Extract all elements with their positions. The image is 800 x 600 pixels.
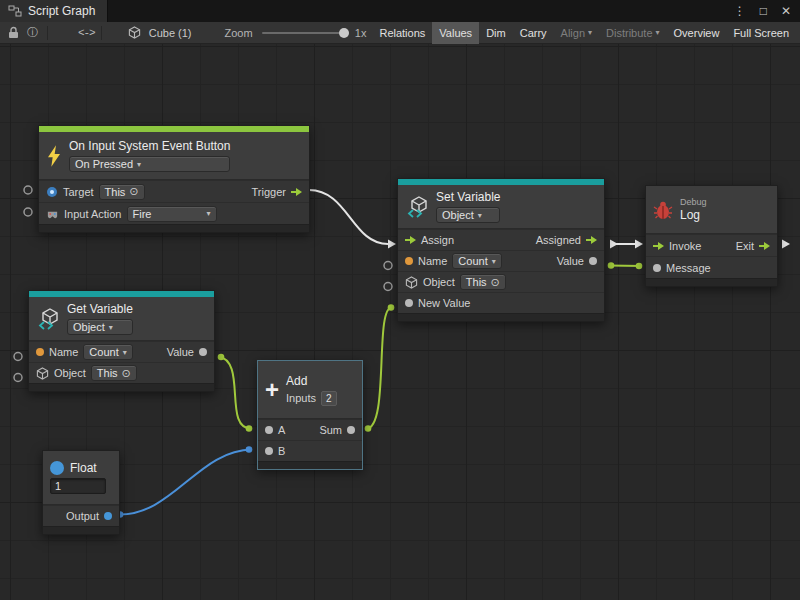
port-label-value: Value bbox=[167, 346, 194, 358]
lock-icon[interactable] bbox=[4, 23, 23, 43]
output-out-port[interactable] bbox=[104, 512, 112, 520]
port-label-message: Message bbox=[666, 262, 711, 274]
node-debug-log[interactable]: Debug Log Invoke Exit Message bbox=[645, 185, 778, 287]
node-category: Debug bbox=[680, 197, 707, 207]
window-controls: ⋮ □ ✕ bbox=[734, 4, 800, 18]
dropdown-value: Fire bbox=[133, 208, 152, 220]
connections-icon[interactable]: <-> bbox=[77, 23, 96, 43]
relations-button[interactable]: Relations bbox=[372, 22, 432, 44]
info-icon[interactable]: ⓘ bbox=[23, 23, 42, 43]
variable-name-dropdown[interactable]: Count ▾ bbox=[83, 344, 132, 360]
node-footer bbox=[39, 224, 309, 232]
dropdown-value: Object bbox=[73, 321, 105, 333]
distribute-button[interactable]: Distribute▾ bbox=[599, 22, 666, 44]
a-in-port[interactable] bbox=[265, 426, 273, 434]
node-set-variable[interactable]: Set Variable Object ▾ Assign Assigned Na… bbox=[397, 178, 605, 322]
variable-icon bbox=[36, 307, 60, 331]
overview-button[interactable]: Overview bbox=[667, 22, 727, 44]
trigger-out-port[interactable] bbox=[291, 188, 302, 196]
graph-target-label[interactable]: Cube (1) bbox=[149, 27, 192, 39]
cube-icon bbox=[125, 23, 144, 43]
full-screen-button[interactable]: Full Screen bbox=[726, 22, 796, 44]
node-footer bbox=[398, 313, 604, 321]
node-footer bbox=[258, 461, 362, 469]
zoom-label: Zoom bbox=[225, 27, 253, 39]
exit-out-port[interactable] bbox=[759, 242, 770, 250]
node-title: Set Variable bbox=[436, 190, 500, 204]
node-float-literal[interactable]: Float Output bbox=[42, 450, 120, 535]
inputs-count-field[interactable]: 2 bbox=[321, 391, 337, 406]
align-button[interactable]: Align▾ bbox=[554, 22, 599, 44]
value-out-port[interactable] bbox=[199, 348, 207, 356]
align-label: Align bbox=[561, 27, 585, 39]
port-label-new-value: New Value bbox=[418, 297, 470, 309]
node-on-input-system-event-button[interactable]: On Input System Event Button On Pressed … bbox=[38, 125, 310, 233]
name-in-port[interactable] bbox=[36, 348, 44, 356]
message-in-port[interactable] bbox=[653, 264, 661, 272]
b-in-port[interactable] bbox=[265, 447, 273, 455]
chevron-down-icon: ▾ bbox=[206, 209, 210, 218]
object-picker[interactable]: This ⊙ bbox=[91, 365, 137, 381]
carry-button[interactable]: Carry bbox=[513, 22, 554, 44]
values-button[interactable]: Values bbox=[432, 22, 479, 44]
target-object-picker[interactable]: This ⊙ bbox=[99, 184, 145, 200]
object-picker[interactable]: This ⊙ bbox=[460, 274, 506, 290]
assigned-out-port[interactable] bbox=[586, 236, 597, 244]
toolbar-separator bbox=[47, 26, 48, 40]
target-picker-icon: ⊙ bbox=[122, 367, 131, 380]
port-label-trigger: Trigger bbox=[252, 186, 286, 198]
chevron-down-icon: ▾ bbox=[478, 211, 482, 220]
sum-out-port[interactable] bbox=[347, 426, 355, 434]
chevron-down-icon: ▾ bbox=[656, 28, 660, 37]
port-label-assigned: Assigned bbox=[536, 234, 581, 246]
tab-script-graph[interactable]: Script Graph bbox=[0, 0, 108, 22]
dropdown-value: Object bbox=[442, 209, 474, 221]
picker-value: This bbox=[97, 367, 118, 379]
node-footer bbox=[646, 278, 777, 286]
node-get-variable[interactable]: Get Variable Object ▾ Name Count ▾ Value bbox=[28, 290, 215, 392]
value-out-port[interactable] bbox=[589, 257, 597, 265]
node-add[interactable]: + Add Inputs 2 A Sum B bbox=[257, 360, 363, 470]
name-in-port[interactable] bbox=[405, 257, 413, 265]
invoke-in-port[interactable] bbox=[653, 242, 664, 250]
cube-icon bbox=[36, 367, 49, 380]
variable-name-dropdown[interactable]: Count ▾ bbox=[452, 253, 501, 269]
game-object-icon bbox=[46, 186, 58, 198]
zoom-slider[interactable] bbox=[262, 32, 349, 34]
dim-button[interactable]: Dim bbox=[479, 22, 513, 44]
target-picker-icon: ⊙ bbox=[491, 276, 500, 289]
node-title: Float bbox=[70, 461, 97, 475]
picker-value: This bbox=[105, 186, 126, 198]
close-icon[interactable]: ✕ bbox=[781, 4, 791, 18]
event-mode-dropdown[interactable]: On Pressed ▾ bbox=[69, 156, 230, 172]
variable-scope-dropdown[interactable]: Object ▾ bbox=[67, 319, 133, 335]
input-action-dropdown[interactable]: Fire ▾ bbox=[127, 206, 217, 222]
port-label-sum: Sum bbox=[319, 424, 342, 436]
cube-icon bbox=[405, 276, 418, 289]
port-label-invoke: Invoke bbox=[669, 240, 701, 252]
dropdown-value: On Pressed bbox=[75, 158, 133, 170]
port-label-exit: Exit bbox=[736, 240, 754, 252]
zoom-slider-knob[interactable] bbox=[339, 28, 349, 38]
node-footer bbox=[29, 383, 214, 391]
maximize-icon[interactable]: □ bbox=[760, 4, 767, 18]
menu-icon[interactable]: ⋮ bbox=[734, 4, 746, 18]
graph-toolbar: ⓘ <-> Cube (1) Zoom 1x Relations Values … bbox=[0, 22, 800, 44]
port-label-name: Name bbox=[49, 346, 78, 358]
port-label-target: Target bbox=[63, 186, 94, 198]
port-label-value: Value bbox=[557, 255, 584, 267]
dropdown-value: Count bbox=[89, 346, 118, 358]
distribute-label: Distribute bbox=[606, 27, 652, 39]
assign-in-port[interactable] bbox=[405, 236, 416, 244]
add-icon: + bbox=[265, 379, 279, 401]
port-label-input-action: Input Action bbox=[64, 208, 122, 220]
float-icon bbox=[50, 461, 64, 475]
port-label-object: Object bbox=[423, 276, 455, 288]
float-value-input[interactable] bbox=[50, 478, 106, 494]
port-label-b: B bbox=[278, 445, 285, 457]
new-value-in-port[interactable] bbox=[405, 299, 413, 307]
variable-scope-dropdown[interactable]: Object ▾ bbox=[436, 207, 500, 223]
port-label-output: Output bbox=[66, 510, 99, 522]
chevron-down-icon: ▾ bbox=[588, 28, 592, 37]
input-action-icon bbox=[46, 207, 59, 220]
